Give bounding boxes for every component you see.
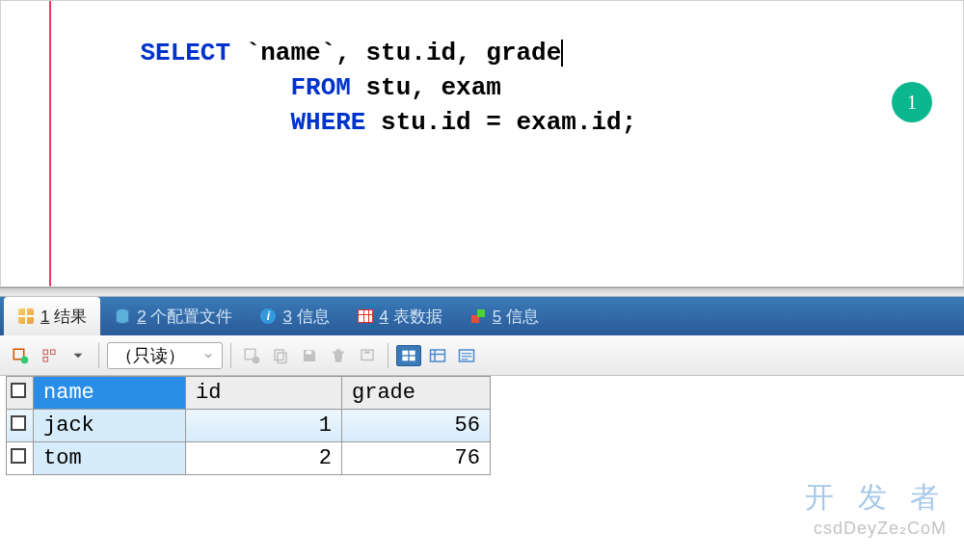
- code-line[interactable]: 52: [1, 174, 963, 209]
- watermark: 开 发 者 csdDeyZe₂CoM: [805, 478, 947, 539]
- svg-rect-9: [306, 350, 311, 354]
- export-button[interactable]: [8, 343, 33, 368]
- code-line[interactable]: 47: [1, 1, 963, 36]
- cell-name[interactable]: jack: [34, 410, 186, 442]
- row-checkbox[interactable]: [7, 442, 34, 475]
- dropdown-arrow[interactable]: [66, 343, 91, 368]
- code-text[interactable]: FROM stu, exam: [51, 73, 501, 102]
- svg-rect-4: [51, 350, 56, 355]
- code-line[interactable]: 53: [1, 209, 963, 244]
- sql-editor[interactable]: 4748 SELECT `name`, stu.id, grade49 FROM…: [0, 0, 964, 287]
- database-icon: [114, 307, 131, 325]
- select-all-checkbox[interactable]: [7, 377, 34, 410]
- green-badge: 1: [892, 82, 932, 122]
- cell-name[interactable]: tom: [34, 442, 186, 475]
- code-text[interactable]: SELECT `name`, stu.id, grade: [51, 39, 563, 67]
- message-icon: [469, 307, 487, 325]
- tab-results[interactable]: 1 结果: [4, 297, 100, 335]
- info-icon: i: [259, 307, 277, 325]
- text-cursor: [561, 40, 563, 67]
- svg-point-6: [253, 356, 260, 363]
- save-button[interactable]: [297, 343, 322, 368]
- svg-rect-15: [410, 356, 415, 360]
- cell-id[interactable]: 1: [186, 410, 342, 442]
- column-header-id[interactable]: id: [186, 377, 342, 410]
- cell-id[interactable]: 2: [186, 442, 342, 475]
- svg-rect-8: [278, 353, 286, 363]
- edit-mode-select[interactable]: （只读）: [107, 342, 223, 369]
- result-tabs: 1 结果 2 个配置文件 i 3 信息 4 表数据 5 信息: [0, 297, 964, 335]
- refresh-button[interactable]: [239, 343, 264, 368]
- svg-rect-16: [431, 350, 445, 361]
- tab-info-1[interactable]: i 3 信息: [246, 297, 342, 335]
- svg-rect-13: [410, 350, 415, 355]
- svg-rect-3: [43, 357, 48, 361]
- cell-grade[interactable]: 76: [342, 442, 491, 475]
- text-view-button[interactable]: [454, 343, 479, 368]
- svg-rect-2: [43, 350, 48, 355]
- code-line[interactable]: 48 SELECT `name`, stu.id, grade: [1, 36, 963, 70]
- splitter[interactable]: [0, 287, 964, 297]
- svg-rect-12: [402, 350, 408, 355]
- tab-info-2[interactable]: 5 信息: [456, 297, 552, 335]
- row-checkbox[interactable]: [7, 410, 34, 442]
- delete-button[interactable]: [326, 343, 351, 368]
- svg-point-1: [21, 356, 29, 363]
- grid-icon: [17, 307, 35, 325]
- editor-gutter: [1, 1, 51, 286]
- collapse-button[interactable]: [37, 343, 62, 368]
- table-row[interactable]: jack156: [7, 410, 491, 442]
- code-line[interactable]: 49 FROM stu, exam: [1, 70, 963, 105]
- svg-rect-7: [275, 350, 283, 360]
- code-line[interactable]: 54: [1, 244, 963, 279]
- copy-button[interactable]: [268, 343, 293, 368]
- code-text[interactable]: WHERE stu.id = exam.id;: [51, 108, 636, 137]
- cell-grade[interactable]: 56: [342, 410, 491, 442]
- grid-view-button[interactable]: [396, 345, 421, 366]
- table-row[interactable]: tom276: [7, 442, 491, 475]
- filter-button[interactable]: [355, 343, 380, 368]
- column-header-name[interactable]: name: [34, 377, 186, 410]
- tab-tabledata[interactable]: 4 表数据: [343, 297, 456, 335]
- results-toolbar: （只读）: [0, 335, 964, 376]
- svg-rect-14: [402, 356, 408, 360]
- tab-profiles[interactable]: 2 个配置文件: [100, 297, 246, 335]
- svg-rect-11: [364, 351, 370, 353]
- form-view-button[interactable]: [425, 343, 450, 368]
- table-icon: [357, 307, 374, 325]
- results-table[interactable]: nameidgrade jack156tom276: [6, 376, 491, 475]
- column-header-grade[interactable]: grade: [342, 377, 491, 410]
- code-line[interactable]: 51: [1, 140, 963, 174]
- code-line[interactable]: 50 WHERE stu.id = exam.id;: [1, 105, 963, 140]
- results-panel: nameidgrade jack156tom276: [0, 376, 964, 475]
